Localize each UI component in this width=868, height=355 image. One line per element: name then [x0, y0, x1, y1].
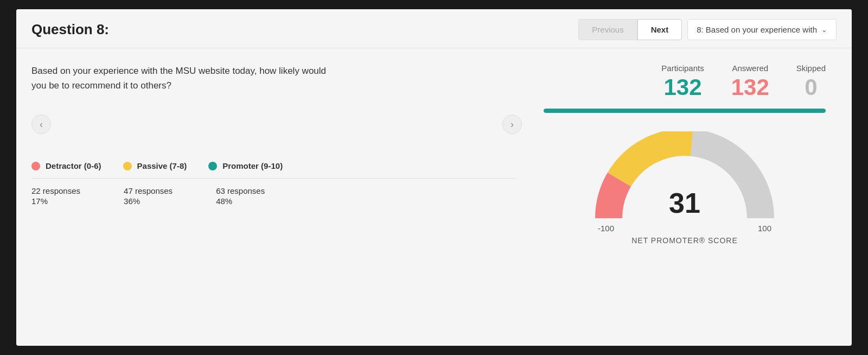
question-text: Based on your experience with the MSU we… — [31, 64, 335, 93]
header: Question 8: Previous Next 8: Based on yo… — [16, 9, 852, 48]
passive-responses: 47 responses 36% — [124, 186, 173, 206]
main-card: Question 8: Previous Next 8: Based on yo… — [16, 9, 852, 346]
skipped-label: Skipped — [796, 64, 826, 73]
detractor-pct: 17% — [31, 196, 80, 206]
gauge-labels: -100 100 — [598, 224, 771, 233]
passive-count: 47 responses — [124, 186, 173, 195]
right-arrow-button[interactable]: › — [502, 115, 522, 134]
main-content: Based on your experience with the MSU we… — [16, 48, 852, 256]
next-button[interactable]: Next — [637, 19, 682, 40]
left-arrow-button[interactable]: ‹ — [31, 115, 51, 134]
participants-label: Participants — [661, 64, 704, 73]
legend-divider — [31, 178, 516, 179]
skipped-value: 0 — [805, 76, 817, 99]
skipped-stat: Skipped 0 — [796, 64, 826, 99]
promoter-responses: 63 responses 48% — [216, 186, 265, 206]
progress-bar-fill — [544, 109, 826, 113]
question-title: Question 8: — [31, 21, 109, 38]
participants-value: 132 — [663, 76, 701, 99]
detractor-responses: 22 responses 17% — [31, 186, 80, 206]
previous-button[interactable]: Previous — [578, 19, 637, 40]
legend: Detractor (0-6) Passive (7-8) Promoter (… — [31, 161, 516, 170]
promoter-dot — [208, 162, 217, 170]
chevron-down-icon: ⌄ — [821, 26, 827, 34]
question-dropdown[interactable]: 8: Based on your experience with ⌄ — [687, 19, 837, 40]
answered-label: Answered — [732, 64, 768, 73]
left-panel: Based on your experience with the MSU we… — [31, 64, 533, 245]
gauge-container: 31 -100 100 NET PROMOTER® SCORE — [533, 131, 837, 245]
detractor-count: 22 responses — [31, 186, 80, 195]
gauge-min-label: -100 — [598, 224, 614, 233]
detractor-label: Detractor (0-6) — [46, 161, 101, 170]
promoter-label: Promoter (9-10) — [222, 161, 283, 170]
legend-item-promoter: Promoter (9-10) — [208, 161, 283, 170]
passive-dot — [123, 162, 132, 170]
passive-pct: 36% — [124, 196, 173, 206]
promoter-count: 63 responses — [216, 186, 265, 195]
legend-item-detractor: Detractor (0-6) — [31, 161, 101, 170]
right-panel: Participants 132 Answered 132 Skipped 0 — [533, 64, 837, 245]
promoter-pct: 48% — [216, 196, 265, 206]
answered-value: 132 — [731, 76, 769, 99]
passive-label: Passive (7-8) — [137, 161, 187, 170]
nps-label: NET PROMOTER® SCORE — [631, 236, 738, 245]
gauge-max-label: 100 — [758, 224, 771, 233]
svg-text:31: 31 — [669, 187, 700, 219]
answered-stat: Answered 132 — [731, 64, 769, 99]
dropdown-label: 8: Based on your experience with — [697, 25, 817, 34]
progress-bar — [544, 109, 826, 113]
detractor-dot — [31, 162, 40, 170]
response-row: 22 responses 17% 47 responses 36% 63 res… — [31, 186, 516, 206]
gauge-chart: 31 — [592, 131, 777, 229]
participants-stat: Participants 132 — [661, 64, 704, 99]
stats-row: Participants 132 Answered 132 Skipped 0 — [533, 64, 837, 99]
legend-item-passive: Passive (7-8) — [123, 161, 187, 170]
header-nav: Previous Next 8: Based on your experienc… — [578, 19, 837, 40]
